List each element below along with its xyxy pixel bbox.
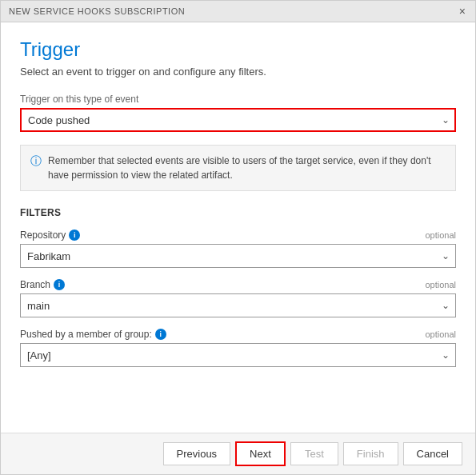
branch-label-text: Branch — [20, 279, 50, 290]
repository-select-wrapper: Fabrikam Other ⌄ — [20, 244, 456, 268]
trigger-field-group: Trigger on this type of event Code pushe… — [20, 94, 456, 132]
info-box: ⓘ Remember that selected events are visi… — [20, 145, 456, 191]
finish-button[interactable]: Finish — [343, 442, 398, 465]
close-button[interactable]: × — [458, 6, 467, 17]
dialog: NEW SERVICE HOOKS SUBSCRIPTION × Trigger… — [0, 0, 476, 475]
filters-heading: FILTERS — [20, 207, 456, 218]
trigger-label: Trigger on this type of event — [20, 94, 456, 105]
repository-select[interactable]: Fabrikam Other — [20, 244, 456, 268]
dialog-header: NEW SERVICE HOOKS SUBSCRIPTION × — [1, 1, 475, 22]
pushed-by-optional: optional — [425, 329, 456, 339]
repository-info-icon[interactable]: i — [69, 230, 80, 241]
branch-select-wrapper: main develop master ⌄ — [20, 293, 456, 317]
dialog-body: Trigger Select an event to trigger on an… — [1, 22, 475, 433]
page-title: Trigger — [20, 38, 456, 61]
pushed-by-label-text: Pushed by a member of group: — [20, 329, 152, 340]
repository-optional: optional — [425, 230, 456, 240]
pushed-by-select-wrapper: [Any] Admins Contributors ⌄ — [20, 343, 456, 367]
previous-button[interactable]: Previous — [163, 442, 231, 465]
branch-info-icon[interactable]: i — [54, 279, 65, 290]
pushed-by-select[interactable]: [Any] Admins Contributors — [20, 343, 456, 367]
cancel-button[interactable]: Cancel — [403, 442, 462, 465]
pushed-by-label: Pushed by a member of group: i — [20, 329, 166, 340]
filter-row-repository: Repository i optional Fabrikam Other ⌄ — [20, 230, 456, 268]
filter-row-pushed-by: Pushed by a member of group: i optional … — [20, 329, 456, 367]
info-text: Remember that selected events are visibl… — [48, 154, 446, 182]
trigger-select[interactable]: Code pushed Build completed Release crea… — [20, 108, 456, 132]
dialog-title: NEW SERVICE HOOKS SUBSCRIPTION — [9, 6, 185, 16]
test-button[interactable]: Test — [290, 442, 338, 465]
pushed-by-info-icon[interactable]: i — [155, 329, 166, 340]
repository-label-text: Repository — [20, 230, 66, 241]
repository-label: Repository i — [20, 230, 80, 241]
branch-optional: optional — [425, 280, 456, 289]
page-subtitle: Select an event to trigger on and config… — [20, 66, 456, 78]
dialog-footer: Previous Next Test Finish Cancel — [1, 433, 475, 474]
trigger-select-wrapper: Code pushed Build completed Release crea… — [20, 108, 456, 132]
next-button[interactable]: Next — [235, 441, 286, 466]
branch-label: Branch i — [20, 279, 65, 290]
info-icon: ⓘ — [30, 154, 42, 169]
branch-select[interactable]: main develop master — [20, 293, 456, 317]
filter-row-branch: Branch i optional main develop master ⌄ — [20, 279, 456, 317]
